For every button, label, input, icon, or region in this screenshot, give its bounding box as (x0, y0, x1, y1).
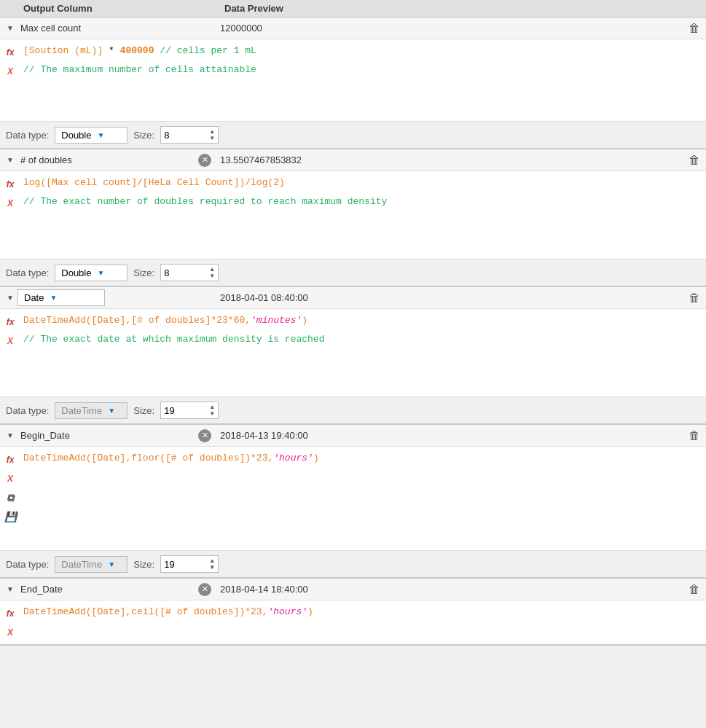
fx-icon-5[interactable]: fx (2, 606, 18, 622)
save-icon-1[interactable]: 💾 (2, 509, 18, 525)
col-name-date: Date (24, 292, 44, 303)
spacer-3 (0, 350, 706, 394)
col-name-wrapper-num-doubles: # of doubles ✕ (17, 153, 214, 167)
datatype-label-1: Data type: (6, 130, 49, 141)
header-data-preview: Data Preview (224, 3, 700, 14)
x-icon-4[interactable]: X (2, 471, 18, 487)
size-input-4: 19 ▲ ▼ (160, 555, 219, 573)
side-icons-6: X (0, 331, 20, 350)
size-arrows-2[interactable]: ▲ ▼ (209, 266, 215, 279)
header-output-column: Output Column (6, 3, 224, 14)
trash-end-date[interactable]: 🗑 (686, 581, 703, 598)
chevron-end-date[interactable]: ▼ (3, 585, 17, 593)
trash-date[interactable]: 🗑 (686, 289, 703, 307)
size-val-4: 19 (164, 559, 209, 570)
x-icon-3[interactable]: X (2, 333, 18, 349)
size-down-4[interactable]: ▼ (209, 564, 215, 571)
formula-content-3: log([Max cell count]/[HeLa Cell Count])/… (20, 174, 706, 192)
formula-line-3: fx log([Max cell count]/[HeLa Cell Count… (0, 174, 706, 193)
size-input-3: 19 ▲ ▼ (160, 402, 219, 419)
side-icons-8: X (0, 469, 20, 488)
chevron-max-cell-count[interactable]: ▼ (3, 24, 17, 32)
table-header: Output Column Data Preview (0, 0, 706, 17)
clear-end-date[interactable]: ✕ (198, 583, 211, 596)
datatype-label-3: Data type: (6, 405, 49, 416)
dropdown-arrow-4: ▼ (108, 560, 115, 568)
chevron-num-doubles[interactable]: ▼ (3, 156, 17, 164)
fx-icon-1[interactable]: fx (2, 44, 18, 60)
datatype-select-4: DateTime ▼ (55, 556, 128, 573)
trash-begin-date[interactable]: 🗑 (686, 427, 703, 445)
size-up-1[interactable]: ▲ (209, 128, 215, 135)
col-name-wrapper-begin-date: Begin_Date ✕ (17, 428, 214, 442)
formula-content-8 (20, 469, 706, 471)
formula-content-4: // The exact number of doubles required … (20, 193, 706, 211)
col-name-max-cell-count: Max cell count (17, 21, 214, 35)
preview-date: 2018-04-01 08:40:00 (214, 291, 686, 305)
size-up-2[interactable]: ▲ (209, 266, 215, 273)
dropdown-arrow-2: ▼ (97, 269, 104, 277)
x-icon-5[interactable]: X (2, 625, 18, 641)
preview-max-cell-count: 12000000 (214, 21, 686, 35)
preview-num-doubles: 13.5507467853832 (214, 153, 686, 167)
side-icons-1: fx (0, 42, 20, 61)
side-icons-10: X (0, 622, 20, 641)
datatype-label-2: Data type: (6, 267, 49, 278)
trash-max-cell-count[interactable]: 🗑 (686, 20, 703, 37)
size-label-3: Size: (133, 405, 154, 416)
size-down-1[interactable]: ▼ (209, 135, 215, 141)
x-icon-2[interactable]: X (2, 195, 18, 211)
datatype-select-2[interactable]: Double ▼ (55, 265, 128, 281)
size-input-2: 8 ▲ ▼ (160, 264, 219, 281)
block-begin-date: ▼ Begin_Date ✕ 2018-04-13 19:40:00 🗑 fx … (0, 425, 706, 579)
datatype-select-1[interactable]: Double ▼ (55, 127, 128, 144)
col-name-select-date[interactable]: Date ▼ (17, 289, 105, 306)
name-row-num-doubles: ▼ # of doubles ✕ 13.5507467853832 🗑 (0, 149, 706, 171)
size-arrows-3[interactable]: ▲ ▼ (209, 404, 215, 417)
datatype-label-4: Data type: (6, 559, 49, 570)
formula-area-num-doubles: fx log([Max cell count]/[HeLa Cell Count… (0, 171, 706, 259)
formula-line-7: fx DateTimeAdd([Date],floor([# of double… (0, 450, 706, 469)
col-name-wrapper-end-date: End_Date ✕ (17, 582, 214, 596)
datatype-row-begin-date: Data type: DateTime ▼ Size: 19 ▲ ▼ (0, 550, 706, 577)
fx-icon-4[interactable]: fx (2, 452, 18, 468)
clear-begin-date[interactable]: ✕ (198, 429, 211, 442)
size-label-2: Size: (133, 267, 154, 278)
copy-icon-1[interactable]: ⧉ (2, 490, 18, 506)
name-row-max-cell-count: ▼ Max cell count 12000000 🗑 (0, 17, 706, 39)
trash-num-doubles[interactable]: 🗑 (686, 152, 703, 169)
chevron-date[interactable]: ▼ (3, 294, 17, 302)
side-icons-5: fx (0, 312, 20, 331)
formula-content-7: DateTimeAdd([Date],floor([# of doubles])… (20, 450, 706, 467)
size-arrows-4[interactable]: ▲ ▼ (209, 557, 215, 571)
x-icon-1[interactable]: X (2, 63, 18, 79)
spacer-1 (0, 82, 706, 118)
size-down-2[interactable]: ▼ (209, 273, 215, 279)
size-val-3: 19 (164, 405, 209, 416)
chevron-begin-date[interactable]: ▼ (3, 431, 17, 439)
formula-content-1: [Soution (mL)] * 400000 // cells per 1 m… (20, 42, 706, 60)
size-input-1: 8 ▲ ▼ (160, 126, 219, 144)
size-arrows-1[interactable]: ▲ ▼ (209, 128, 215, 141)
clear-num-doubles[interactable]: ✕ (198, 154, 211, 167)
size-down-3[interactable]: ▼ (209, 410, 215, 417)
formula-line-8: X (0, 469, 706, 488)
datatype-row-max-cell-count: Data type: Double ▼ Size: 8 ▲ ▼ (0, 121, 706, 148)
preview-begin-date: 2018-04-13 19:40:00 (214, 428, 686, 442)
col-dropdown-arrow-date: ▼ (50, 294, 57, 302)
size-up-3[interactable]: ▲ (209, 404, 215, 410)
fx-icon-2[interactable]: fx (2, 176, 18, 192)
formula-area-end-date: fx DateTimeAdd([Date],ceil([# of doubles… (0, 600, 706, 644)
col-name-wrapper-date: Date ▼ (17, 289, 214, 306)
fx-icon-3[interactable]: fx (2, 314, 18, 330)
col-name-end-date: End_Date (17, 582, 198, 596)
size-up-4[interactable]: ▲ (209, 557, 215, 564)
formula-line-2: X // The maximum number of cells attaina… (0, 61, 706, 80)
formula-content-10 (20, 622, 706, 625)
name-row-date: ▼ Date ▼ 2018-04-01 08:40:00 🗑 (0, 287, 706, 309)
side-icons-2: X (0, 61, 20, 80)
dropdown-arrow-3: ▼ (108, 407, 115, 415)
formula-content-6: // The exact date at which maximum densi… (20, 331, 706, 348)
size-label-4: Size: (133, 559, 154, 570)
name-row-begin-date: ▼ Begin_Date ✕ 2018-04-13 19:40:00 🗑 (0, 425, 706, 447)
